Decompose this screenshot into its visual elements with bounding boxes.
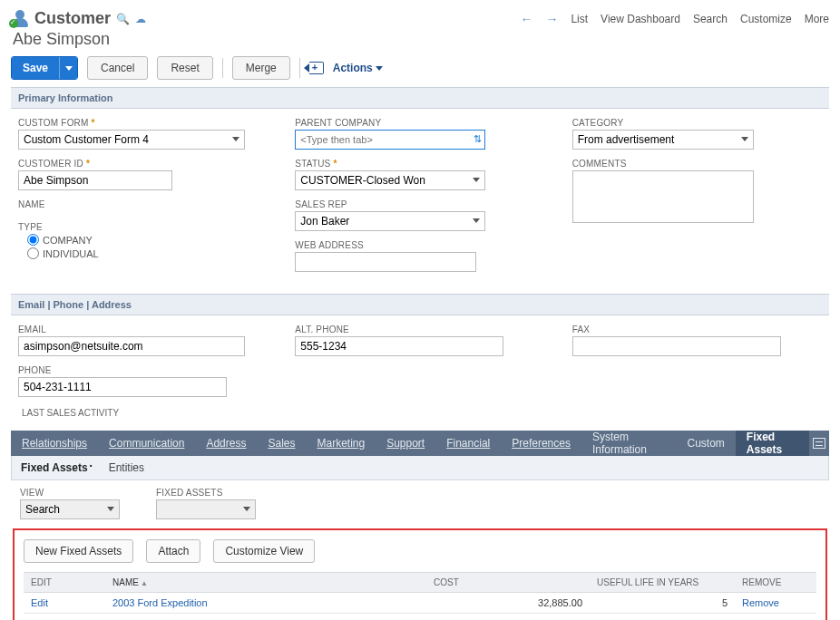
type-individual-radio[interactable]: [27, 247, 39, 259]
label-phone: PHONE: [18, 365, 268, 375]
remove-link[interactable]: Remove: [742, 597, 779, 608]
edit-link[interactable]: Edit: [31, 597, 48, 608]
cancel-button[interactable]: Cancel: [87, 56, 148, 80]
col-name[interactable]: NAME▲: [105, 573, 426, 593]
tab-preferences[interactable]: Preferences: [501, 431, 581, 456]
tab-overflow-icon[interactable]: [809, 431, 829, 456]
view-select[interactable]: Search: [20, 499, 120, 519]
search-icon[interactable]: 🔍: [116, 13, 130, 25]
save-button[interactable]: Save: [12, 57, 59, 79]
tab-fixed-assets[interactable]: Fixed Assets: [736, 431, 809, 456]
tab-sales[interactable]: Sales: [257, 431, 306, 456]
tab-relationships[interactable]: Relationships: [11, 431, 98, 456]
save-dropdown[interactable]: [59, 57, 77, 79]
tab-strip: Relationships Communication Address Sale…: [11, 431, 829, 456]
nav-forward[interactable]: →: [545, 12, 558, 26]
nav-back[interactable]: ←: [520, 12, 532, 26]
tab-system-info[interactable]: System Information: [581, 431, 677, 456]
actions-menu[interactable]: Actions: [333, 62, 383, 74]
separator: [222, 58, 223, 78]
record-name: Abe Simpson: [13, 30, 829, 49]
col-life[interactable]: USEFUL LIFE IN YEARS: [590, 573, 735, 593]
table-row: Edit2003 Ford Expedition32,885.005Remove: [24, 593, 816, 614]
customer-id-input[interactable]: [18, 170, 172, 190]
reset-button[interactable]: Reset: [157, 56, 212, 80]
label-name: NAME: [18, 199, 268, 209]
subtab-row: Fixed Assets Entities: [11, 456, 829, 480]
sort-asc-icon: ▲: [141, 579, 148, 587]
attach-button[interactable]: Attach: [146, 539, 200, 563]
customer-icon: [11, 10, 29, 28]
tab-marketing[interactable]: Marketing: [306, 431, 376, 456]
section-contact: Email | Phone | Address: [11, 294, 829, 315]
custom-form-select[interactable]: Custom Customer Form 4: [18, 130, 245, 150]
filter-row: VIEW Search FIXED ASSETS: [11, 480, 829, 523]
col-remove[interactable]: REMOVE: [735, 573, 816, 593]
label-fax: FAX: [572, 325, 822, 334]
merge-button[interactable]: Merge: [232, 56, 290, 80]
label-category: CATEGORY: [572, 118, 822, 128]
label-fixed-assets-filter: FIXED ASSETS: [156, 488, 256, 498]
phone-input[interactable]: [18, 377, 227, 397]
label-last-sales: LAST SALES ACTIVITY: [22, 408, 268, 418]
label-comments: COMMENTS: [572, 159, 822, 169]
help-icon[interactable]: ☁: [135, 13, 146, 25]
col-cost[interactable]: COST: [426, 573, 590, 593]
alt-phone-input[interactable]: [295, 336, 503, 356]
web-address-input[interactable]: [295, 252, 476, 272]
comments-textarea[interactable]: [572, 170, 754, 223]
label-view: VIEW: [20, 488, 120, 498]
sales-rep-select[interactable]: Jon Baker: [295, 211, 485, 231]
tab-address[interactable]: Address: [195, 431, 257, 456]
fax-input[interactable]: [572, 336, 781, 356]
life-cell: 5: [590, 593, 735, 614]
tab-financial[interactable]: Financial: [435, 431, 501, 456]
tab-custom[interactable]: Custom: [676, 431, 735, 456]
status-select[interactable]: CUSTOMER-Closed Won: [295, 170, 485, 190]
col-edit[interactable]: EDIT: [24, 573, 105, 593]
nav-view-dashboard[interactable]: View Dashboard: [601, 13, 680, 25]
record-header: Customer 🔍 ☁ ← → List View Dashboard Sea…: [11, 9, 829, 28]
label-alt-phone: ALT. PHONE: [295, 325, 544, 334]
nav-customize[interactable]: Customize: [740, 13, 792, 25]
fixed-assets-filter-select[interactable]: [156, 499, 256, 519]
record-type: Customer: [34, 9, 111, 28]
new-fixed-assets-button[interactable]: New Fixed Assets: [24, 539, 133, 563]
email-input[interactable]: [18, 336, 245, 356]
category-select[interactable]: From advertisement: [572, 130, 754, 150]
label-parent-company: PARENT COMPANY: [295, 118, 544, 128]
label-status: STATUS: [295, 159, 544, 169]
nav-search[interactable]: Search: [693, 13, 728, 25]
fixed-assets-table: EDIT NAME▲ COST USEFUL LIFE IN YEARS REM…: [24, 572, 816, 620]
type-company-radio[interactable]: [27, 234, 39, 246]
table-row: EditDell Dimension XPS1,649.003Remove: [24, 614, 816, 621]
tab-communication[interactable]: Communication: [98, 431, 195, 456]
label-sales-rep: SALES REP: [295, 199, 544, 209]
nav-list[interactable]: List: [571, 13, 588, 25]
life-cell: 3: [590, 614, 735, 621]
subtab-entities[interactable]: Entities: [109, 461, 144, 474]
label-email: EMAIL: [18, 325, 268, 334]
action-bar: Save Cancel Reset Merge Actions: [11, 56, 829, 80]
customize-view-button[interactable]: Customize View: [213, 539, 315, 563]
subtab-fixed-assets[interactable]: Fixed Assets: [21, 461, 93, 474]
save-button-group: Save: [11, 56, 78, 80]
nav-more[interactable]: More: [805, 13, 829, 25]
asset-name-link[interactable]: 2003 Ford Expedition: [112, 597, 208, 608]
fixed-assets-sublist: New Fixed Assets Attach Customize View E…: [13, 528, 827, 620]
label-web-address: WEB ADDRESS: [295, 240, 544, 250]
cost-cell: 32,885.00: [426, 593, 590, 614]
label-customer-id: CUSTOMER ID: [18, 159, 268, 169]
label-custom-form: CUSTOM FORM: [18, 118, 268, 128]
parent-company-input[interactable]: [295, 130, 485, 150]
section-primary: Primary Information: [11, 87, 829, 109]
separator: [299, 58, 300, 78]
expand-icon[interactable]: [309, 62, 324, 74]
cost-cell: 1,649.00: [426, 614, 590, 621]
tab-support[interactable]: Support: [376, 431, 435, 456]
label-type: TYPE: [18, 222, 268, 232]
